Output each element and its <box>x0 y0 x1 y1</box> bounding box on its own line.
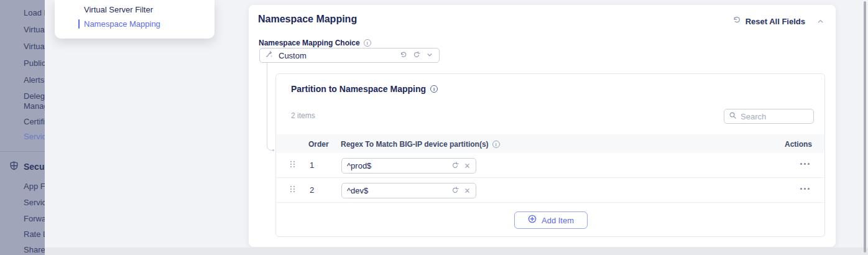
tree-connector-line <box>267 63 272 151</box>
sidebar-item-virtual-1[interactable]: Virtual <box>24 25 45 35</box>
plus-circle-icon <box>528 215 537 226</box>
info-icon[interactable]: i <box>430 85 438 93</box>
add-item-button[interactable]: Add Item <box>514 211 588 229</box>
sidebar-item-certificates[interactable]: Certifi <box>24 117 45 127</box>
sidebar-nav: Load B Virtual Virtual Public Alerts Del… <box>0 0 45 255</box>
branch-icon <box>265 50 274 61</box>
sidebar-item-label: Manag <box>24 101 45 111</box>
vertical-scrollbar[interactable] <box>864 1 866 253</box>
sidebar-item-service-policy[interactable]: Servic <box>24 198 45 208</box>
flyout-item-virtual-server-filter[interactable]: Virtual Server Filter <box>84 5 153 14</box>
clear-icon[interactable] <box>464 185 471 197</box>
row-actions-menu-icon[interactable] <box>800 188 810 190</box>
table-header: Order Regex To Match BIG-IP device parti… <box>276 134 824 153</box>
sidebar-item-app-firewall[interactable]: App Fi <box>24 182 45 192</box>
sidebar-item-delegated-management[interactable]: Delega Manag <box>24 91 45 111</box>
sidebar-item-forwarding[interactable]: Forwar <box>24 214 45 224</box>
undo-icon[interactable] <box>400 50 407 61</box>
order-value: 1 <box>310 160 314 170</box>
sidebar-item-alerts[interactable]: Alerts <box>24 75 44 85</box>
sidebar-item-virtual-2[interactable]: Virtual <box>24 42 45 52</box>
add-item-row: Add Item <box>276 203 824 237</box>
shield-icon <box>9 161 19 170</box>
flyout-submenu: Virtual Server Filter Namespace Mapping <box>55 0 215 39</box>
selected-choice-value: Custom <box>279 51 395 60</box>
page: Load B Virtual Virtual Public Alerts Del… <box>0 0 868 255</box>
regex-field-wrap <box>341 183 476 198</box>
search-box[interactable] <box>724 109 814 124</box>
namespace-mapping-choice-label: Namespace Mapping Choice <box>259 39 360 47</box>
order-value: 2 <box>310 185 314 195</box>
sidebar-section-security[interactable]: Secur <box>24 162 45 172</box>
regex-input[interactable] <box>347 161 446 170</box>
sidebar-item-load-balancing[interactable]: Load B <box>24 8 45 18</box>
drag-handle-icon[interactable] <box>290 161 297 170</box>
items-count: 2 items <box>291 111 315 120</box>
chevron-down-icon[interactable] <box>426 50 433 61</box>
card-title: Partition to Namespace Mapping <box>291 84 426 94</box>
reset-all-fields-label: Reset All Fields <box>746 17 805 26</box>
column-header-actions: Actions <box>785 140 812 149</box>
refresh-icon[interactable] <box>413 50 420 61</box>
column-header-order: Order <box>308 140 329 149</box>
sidebar-item-shared[interactable]: Shared <box>24 245 45 255</box>
sidebar-item-rate-limiting[interactable]: Rate Li <box>24 230 45 239</box>
flyout-item-namespace-mapping[interactable]: Namespace Mapping <box>84 19 160 29</box>
page-title: Namespace Mapping <box>258 14 357 25</box>
partition-mapping-card: Partition to Namespace Mapping i 2 items… <box>275 73 825 237</box>
chevron-up-icon[interactable] <box>816 17 824 26</box>
info-icon[interactable]: i <box>492 141 500 148</box>
drag-handle-icon[interactable] <box>290 186 297 195</box>
table-row: 2 <box>276 178 824 203</box>
row-actions-menu-icon[interactable] <box>800 163 810 165</box>
namespace-mapping-choice-select[interactable]: Custom <box>259 48 440 63</box>
info-icon[interactable]: i <box>364 39 371 47</box>
refresh-icon[interactable] <box>451 160 459 172</box>
undo-icon <box>732 16 741 27</box>
search-icon <box>729 111 737 122</box>
page-bottom-band <box>45 248 868 255</box>
regex-input[interactable] <box>347 186 446 195</box>
reset-all-fields-button[interactable]: Reset All Fields <box>732 16 805 27</box>
sidebar-item-service-active[interactable]: Servic <box>24 132 45 142</box>
sidebar-item-label: Delega <box>24 91 45 101</box>
clear-icon[interactable] <box>464 160 471 172</box>
add-item-label: Add Item <box>542 216 574 225</box>
active-item-indicator <box>78 19 80 29</box>
namespace-mapping-panel: Namespace Mapping Reset All Fields Names… <box>249 5 836 247</box>
refresh-icon[interactable] <box>451 185 459 197</box>
regex-field-wrap <box>341 158 476 174</box>
sidebar-item-public[interactable]: Public <box>24 58 45 68</box>
search-input[interactable] <box>741 112 809 121</box>
sidebar-divider <box>0 151 45 152</box>
table-row: 1 <box>276 153 824 178</box>
column-header-regex: Regex To Match BIG-IP device partition(s… <box>341 140 489 149</box>
